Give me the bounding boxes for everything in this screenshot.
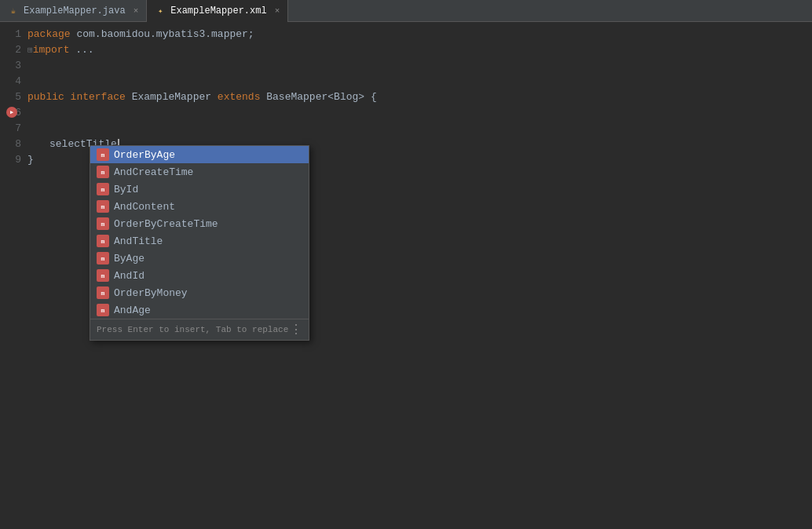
tab-xml[interactable]: ✦ ExampleMapper.xml ×	[147, 0, 288, 22]
ac-icon-6: m	[97, 235, 109, 247]
autocomplete-item-2[interactable]: m AndCreateTime	[90, 163, 309, 181]
tab-xml-close[interactable]: ×	[275, 6, 280, 16]
autocomplete-item-7[interactable]: m ByAge	[90, 250, 309, 267]
xml-file-icon: ✦	[155, 5, 166, 16]
code-line-1: package com.baomidou.mybatis3.mapper;	[27, 27, 812, 42]
ac-label-6: AndTitle	[114, 235, 163, 247]
tab-xml-label: ExampleMapper.xml	[170, 5, 266, 16]
ac-label-5: OrderByCreateTime	[114, 218, 218, 230]
code-line-2: ⊞import ...	[27, 42, 812, 58]
ac-icon-9: m	[97, 286, 109, 299]
tab-bar: ☕ ExampleMapper.java × ✦ ExampleMapper.x…	[0, 0, 812, 22]
code-line-6	[27, 105, 812, 121]
keyword-extends: extends	[218, 89, 266, 105]
java-file-icon: ☕	[8, 5, 19, 16]
keyword-import: import	[33, 42, 76, 58]
autocomplete-item-9[interactable]: m OrderByMoney	[90, 284, 309, 301]
package-name: com.baomidou.mybatis3.mapper;	[76, 27, 254, 42]
ac-label-9: OrderByMoney	[114, 287, 188, 299]
ac-icon-7: m	[97, 252, 109, 264]
ac-icon-1: m	[97, 148, 109, 161]
ac-label-7: ByAge	[114, 253, 144, 264]
code-line-5: public interface ExampleMapper extends B…	[27, 89, 812, 105]
ac-label-10: AndAge	[114, 305, 151, 316]
autocomplete-list[interactable]: m OrderByAge m AndCreateTime m ById m An…	[90, 146, 309, 319]
ac-label-3: ById	[114, 184, 138, 195]
ac-icon-3: m	[97, 183, 109, 195]
ac-label-2: AndCreateTime	[114, 166, 193, 178]
autocomplete-footer: Press Enter to insert, Tab to replace ⋮	[90, 319, 309, 340]
code-line-7	[27, 121, 812, 137]
tab-java-label: ExampleMapper.java	[24, 5, 126, 16]
autocomplete-item-8[interactable]: m AndId	[90, 267, 309, 284]
tab-java[interactable]: ☕ ExampleMapper.java ×	[0, 0, 147, 22]
run-icon[interactable]: ▶	[6, 107, 17, 118]
import-dots: ...	[75, 42, 93, 58]
gutter-run-icon[interactable]: ▶	[6, 107, 19, 119]
editor-area: 1 2 3 4 5 6 7 8 9 package com.baomidou.m…	[0, 22, 812, 168]
autocomplete-hint: Press Enter to insert, Tab to replace	[97, 325, 288, 334]
ac-label-8: AndId	[114, 270, 144, 282]
ac-label-4: AndContent	[114, 201, 175, 213]
ac-icon-8: m	[97, 269, 109, 282]
ac-icon-10: m	[97, 304, 109, 316]
keyword-interface: interface	[71, 89, 132, 105]
ac-label-1: OrderByAge	[114, 149, 175, 161]
fold-indicator[interactable]: ⊞	[27, 42, 33, 58]
line-numbers: 1 2 3 4 5 6 7 8 9	[0, 25, 27, 168]
ac-icon-5: m	[97, 217, 109, 230]
autocomplete-dropdown: m OrderByAge m AndCreateTime m ById m An…	[90, 145, 309, 341]
tab-java-close[interactable]: ×	[134, 6, 139, 16]
keyword-public: public	[27, 89, 71, 105]
base-class: BaseMapper<Blog>	[266, 89, 364, 105]
open-brace: {	[364, 89, 377, 105]
class-name: ExampleMapper	[132, 89, 218, 105]
autocomplete-more-button[interactable]: ⋮	[290, 322, 302, 337]
code-line-3	[27, 58, 812, 74]
autocomplete-item-3[interactable]: m ById	[90, 181, 309, 198]
close-brace: }	[27, 152, 34, 168]
code-line-4	[27, 74, 812, 89]
keyword-package: package	[27, 27, 76, 42]
autocomplete-item-4[interactable]: m AndContent	[90, 198, 309, 215]
autocomplete-item-6[interactable]: m AndTitle	[90, 232, 309, 250]
autocomplete-item-1[interactable]: m OrderByAge	[90, 146, 309, 163]
ac-icon-4: m	[97, 200, 109, 213]
autocomplete-item-10[interactable]: m AndAge	[90, 301, 309, 319]
ac-icon-2: m	[97, 166, 109, 178]
autocomplete-item-5[interactable]: m OrderByCreateTime	[90, 215, 309, 232]
